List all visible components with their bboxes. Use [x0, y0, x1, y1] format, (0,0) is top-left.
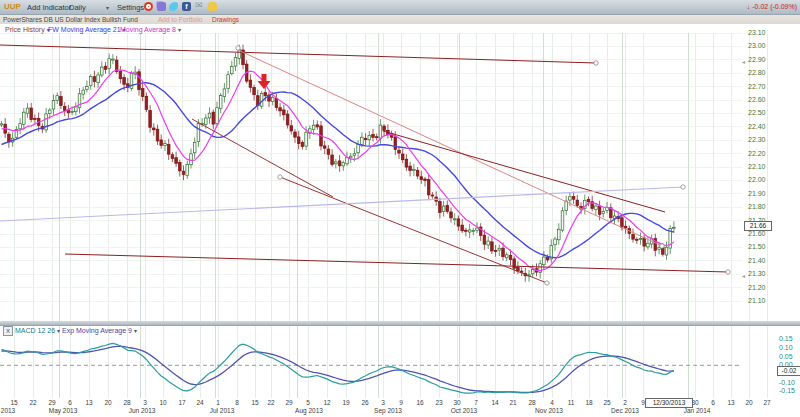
macd-label: MACD 12 26: [15, 327, 55, 334]
price-axis-label: 22.10: [748, 163, 766, 170]
x-axis-tick-label: 20: [99, 399, 117, 406]
axis-level-arrow-icon: ◂: [742, 58, 745, 65]
macd-close-button[interactable]: X: [3, 326, 13, 336]
price-axis-label: 22.50: [748, 109, 766, 116]
price-change-readout: ↓ -0.02 (-0.09%): [747, 3, 797, 10]
trend-line-long-support[interactable]: [65, 254, 728, 272]
macd-axis-label: 0.15: [779, 335, 793, 342]
legend-ma8-label: Moving Average 8: [120, 26, 176, 33]
x-axis-tick-label: 24: [191, 399, 209, 406]
x-axis-tick-label: 16: [411, 399, 429, 406]
price-axis-label: 21.10: [748, 297, 766, 304]
drawing-handle[interactable]: [545, 281, 549, 285]
price-axis-label: 22.90: [748, 56, 766, 63]
main-toolbar: UUP Add Indicator Daily ▾ Settings f ✉ ↓…: [0, 0, 800, 15]
legend-ma21-dropdown[interactable]: FW Moving Average 21 ▾: [48, 26, 126, 33]
record-icon[interactable]: [144, 2, 153, 11]
price-axis-label: 22.30: [748, 136, 766, 143]
x-axis-tick-label: 14: [486, 399, 504, 406]
facebook-icon[interactable]: f: [182, 2, 191, 11]
dropdown-arrow-icon: ▾: [134, 328, 137, 334]
x-axis-tick-label: 10: [154, 399, 172, 406]
macd-axis-label: 0.10: [779, 344, 793, 351]
current-price-badge: 21.66: [744, 221, 772, 231]
x-axis-tick-label: 21: [504, 399, 522, 406]
x-axis-month-label: 2013: [0, 407, 30, 414]
price-axis-label: 23.10: [748, 29, 766, 36]
trend-line-june-downtrend[interactable]: [192, 119, 333, 197]
price-axis-label: 21.40: [748, 257, 766, 264]
chart-canvas[interactable]: [0, 0, 800, 417]
drawing-handle[interactable]: [278, 175, 282, 179]
price-axis-label: 21.80: [748, 203, 766, 210]
drawing-handle[interactable]: [681, 185, 685, 189]
add-indicator-button[interactable]: Add Indicator: [27, 3, 71, 12]
x-axis-tick-label: 26: [356, 399, 374, 406]
email-icon[interactable]: ✉: [195, 1, 203, 10]
drawings-link[interactable]: Drawings: [212, 16, 239, 23]
axis-level-arrow-icon: ◂: [742, 272, 745, 279]
x-axis-tick-label: 18: [580, 399, 598, 406]
x-axis-tick-label: 12: [318, 399, 336, 406]
price-axis-label: 22.80: [748, 69, 766, 76]
x-axis-tick-label: 29: [280, 399, 298, 406]
legend-price-history-dropdown[interactable]: Price History ▾: [5, 26, 50, 33]
timeframe-dropdown-arrow-icon[interactable]: ▾: [106, 4, 109, 11]
ma21-line: [2, 83, 674, 258]
x-axis-month-label: Aug 2013: [287, 407, 331, 414]
legend-price-history-label: Price History: [5, 26, 45, 33]
x-axis-tick-label: 30: [448, 399, 466, 406]
drawing-handle[interactable]: [236, 46, 240, 50]
timeframe-dropdown[interactable]: Daily: [69, 3, 86, 12]
macd-signal-dropdown[interactable]: Exp Moving Average 9 ▾: [62, 327, 137, 334]
macd-axis-label: 0.05: [779, 353, 793, 360]
macd-axis-label: -0.10: [779, 379, 795, 386]
twitter-icon[interactable]: [169, 2, 178, 11]
legend-ma8-dropdown[interactable]: Moving Average 8 ▾: [120, 26, 181, 33]
x-axis-tick-label: 22: [24, 399, 42, 406]
x-axis-tick-label: 4: [543, 399, 561, 406]
change-down-arrow-icon: ↓: [747, 3, 751, 10]
x-axis-month-label: Sep 2013: [366, 407, 410, 414]
price-axis-label: 22.60: [748, 96, 766, 103]
share-icon[interactable]: [157, 2, 166, 11]
x-axis-tick-label: 25: [598, 399, 616, 406]
x-axis-month-label: Dec 2013: [603, 407, 647, 414]
macd-signal-label: Exp Moving Average 9: [62, 327, 132, 334]
x-axis-tick-label: 20: [740, 399, 758, 406]
x-axis-tick-label: 13: [722, 399, 740, 406]
notification-bell-icon[interactable]: [208, 2, 217, 11]
x-axis-month-label: Jul 2013: [200, 407, 244, 414]
macd-indicator-dropdown[interactable]: MACD 12 26 ▾: [15, 327, 60, 334]
candlestick-series: [0, 45, 675, 282]
x-axis-tick-label: 23: [430, 399, 448, 406]
x-axis-month-label: May 2013: [41, 407, 85, 414]
x-axis-tick-label: 11: [562, 399, 580, 406]
charting-app: { "toolbar": { "symbol": "UUP", "add_ind…: [0, 0, 800, 417]
x-axis-tick-label: 28: [523, 399, 541, 406]
price-axis-label: 21.60: [748, 230, 766, 237]
add-to-portfolio-link[interactable]: Add to Portfolio: [158, 16, 202, 23]
drawing-handle[interactable]: [594, 61, 598, 65]
price-axis-label: 22.00: [748, 176, 766, 183]
price-axis-label: 23.00: [748, 42, 766, 49]
settings-button[interactable]: Settings: [117, 3, 144, 12]
x-axis-tick-label: 15: [5, 399, 23, 406]
trend-line-lavender-trend[interactable]: [0, 187, 683, 221]
symbol-label: UUP: [4, 2, 21, 11]
x-axis-tick-label: 5: [299, 399, 317, 406]
dropdown-arrow-icon: ▾: [57, 328, 60, 334]
x-axis-tick-label: 3: [374, 399, 392, 406]
drawing-handle[interactable]: [726, 270, 730, 274]
x-axis-tick-label: 8: [228, 399, 246, 406]
x-axis-month-label: Jun 2013: [120, 407, 164, 414]
x-axis-tick-label: 28: [118, 399, 136, 406]
current-date-badge: 12/30/2013: [645, 398, 693, 408]
panel-splitter[interactable]: [0, 321, 800, 326]
price-axis-label: 22.70: [748, 83, 766, 90]
dropdown-arrow-icon: ▾: [178, 27, 181, 33]
price-axis-label: 21.20: [748, 284, 766, 291]
x-axis-tick-label: 3: [136, 399, 154, 406]
x-axis-month-label: Oct 2013: [442, 407, 486, 414]
drawing-handle[interactable]: [660, 244, 664, 248]
